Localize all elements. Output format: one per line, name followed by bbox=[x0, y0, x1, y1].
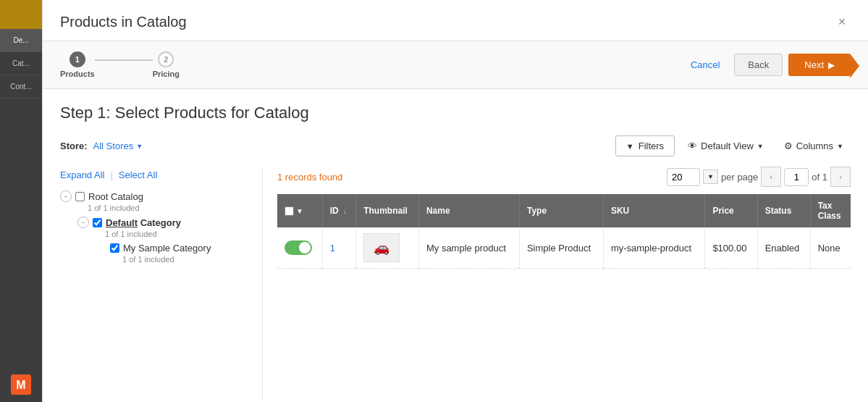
store-dropdown[interactable]: All Stores ▼ bbox=[93, 141, 143, 151]
chevron-down-icon: ▼ bbox=[136, 143, 143, 150]
tree-toggle-root[interactable]: − bbox=[60, 190, 72, 202]
category-tree: Expand All | Select All − Root Catalog bbox=[60, 167, 263, 402]
step-label-products: Products bbox=[60, 70, 95, 78]
cancel-button[interactable]: Cancel bbox=[682, 55, 728, 75]
select-dropdown-button[interactable]: ▼ bbox=[296, 207, 303, 215]
dialog-title: Products in Catalog bbox=[60, 14, 187, 30]
tree-node-label-default: Default Category bbox=[106, 217, 181, 228]
th-id: ID ↓ bbox=[322, 194, 356, 227]
tree-node-info-root: 1 of 1 included bbox=[88, 204, 250, 212]
records-count: 1 records found bbox=[277, 172, 342, 183]
dialog-body: Step 1: Select Products for Catalog Stor… bbox=[43, 89, 868, 402]
wizard-bar: 1 Products 2 Pricing Cancel Ba bbox=[43, 41, 868, 89]
th-name: Name bbox=[418, 194, 519, 227]
tree-node-label-root: Root Catalog bbox=[88, 191, 143, 202]
th-tax-class: TaxClass bbox=[810, 194, 851, 227]
dialog-container: Products in Catalog × 1 Products bbox=[42, 0, 868, 402]
tree-node-root: − Root Catalog 1 of 1 included − bbox=[60, 189, 250, 264]
next-button[interactable]: Next ▶ bbox=[788, 54, 851, 76]
wizard-actions: Cancel Back Next ▶ bbox=[682, 54, 851, 76]
tree-children-default: My Sample Category 1 of 1 included bbox=[95, 241, 250, 264]
tree-node-row-sample: My Sample Category bbox=[95, 241, 250, 255]
per-page-input[interactable] bbox=[667, 168, 700, 186]
step-circle-products: 1 bbox=[69, 51, 85, 67]
row-sku-cell: my-sample-product bbox=[603, 227, 705, 269]
content-area: Expand All | Select All − Root Catalog bbox=[60, 167, 851, 402]
tree-checkbox-default[interactable] bbox=[93, 218, 102, 227]
pagination: ▼ per page ‹ of 1 › bbox=[667, 167, 851, 187]
gear-icon: ⚙ bbox=[784, 141, 793, 151]
select-all-link[interactable]: Select All bbox=[119, 169, 157, 180]
eye-icon: 👁 bbox=[688, 141, 697, 151]
per-page-dropdown-icon[interactable]: ▼ bbox=[703, 169, 718, 184]
store-selector: Store: All Stores ▼ bbox=[60, 141, 143, 151]
select-all-checkbox[interactable] bbox=[285, 206, 294, 216]
step-circle-pricing: 2 bbox=[158, 51, 174, 67]
th-status: Status bbox=[757, 194, 810, 227]
toolbar-right: ▼ Filters 👁 Default View ▼ ⚙ Columns ▼ bbox=[615, 135, 851, 156]
row-toggle[interactable] bbox=[285, 240, 312, 255]
th-price: Price bbox=[705, 194, 757, 227]
tree-node-sample: My Sample Category 1 of 1 included bbox=[95, 241, 250, 264]
sidebar-item-de[interactable]: De... bbox=[0, 29, 42, 52]
dialog-header: Products in Catalog × bbox=[43, 0, 868, 41]
tree-node-row-root: − Root Catalog bbox=[60, 189, 250, 204]
row-tax-class-cell: None bbox=[810, 227, 851, 269]
chevron-down-icon-view: ▼ bbox=[757, 143, 764, 150]
filter-icon: ▼ bbox=[626, 142, 634, 151]
products-table: ▼ ID ↓ Thumbnail Name Type bbox=[277, 194, 851, 269]
page-number-input[interactable] bbox=[784, 168, 809, 186]
tree-node-label-sample: My Sample Category bbox=[123, 243, 211, 254]
wizard-steps: 1 Products 2 Pricing bbox=[60, 51, 180, 78]
tree-node-row-default: − Default Category bbox=[77, 215, 250, 230]
tree-node-info-default: 1 of 1 included bbox=[105, 230, 250, 238]
tree-actions: Expand All | Select All bbox=[60, 169, 250, 180]
tree-checkbox-root[interactable] bbox=[75, 192, 85, 201]
product-thumbnail: 🚗 bbox=[363, 233, 400, 262]
next-page-button[interactable]: › bbox=[830, 167, 851, 187]
table-area: 1 records found ▼ per page ‹ of 1 bbox=[263, 167, 851, 402]
chevron-down-icon-col: ▼ bbox=[837, 143, 843, 150]
th-id-label: ID bbox=[330, 206, 339, 216]
row-toggle-cell bbox=[277, 227, 322, 269]
store-dropdown-value: All Stores bbox=[93, 141, 134, 151]
expand-all-link[interactable]: Expand All bbox=[60, 169, 104, 180]
row-status-cell: Enabled bbox=[757, 227, 810, 269]
left-sidebar: De... Cat... Cont... M bbox=[0, 0, 42, 402]
tree-node-default: − Default Category 1 of 1 included bbox=[77, 215, 250, 264]
wizard-step-products: 1 Products bbox=[60, 51, 95, 78]
view-button[interactable]: 👁 Default View ▼ bbox=[681, 136, 771, 156]
store-label: Store: bbox=[60, 141, 88, 151]
wizard-step-pricing: 2 Pricing bbox=[153, 51, 180, 78]
tree-checkbox-sample[interactable] bbox=[110, 243, 119, 253]
id-sort-icon[interactable]: ↓ bbox=[343, 208, 347, 215]
columns-button[interactable]: ⚙ Columns ▼ bbox=[777, 136, 851, 156]
row-id-link[interactable]: 1 bbox=[330, 243, 335, 254]
sidebar-logo-area bbox=[0, 0, 42, 29]
records-bar: 1 records found ▼ per page ‹ of 1 bbox=[277, 167, 851, 187]
back-button[interactable]: Back bbox=[734, 54, 783, 76]
th-select: ▼ bbox=[277, 194, 322, 227]
step-heading: Step 1: Select Products for Catalog bbox=[60, 104, 851, 122]
sidebar-item-cont[interactable]: Cont... bbox=[0, 75, 42, 99]
close-button[interactable]: × bbox=[833, 13, 851, 30]
prev-page-button[interactable]: ‹ bbox=[761, 167, 781, 187]
tree-node-info-sample: 1 of 1 included bbox=[122, 255, 250, 264]
filters-button[interactable]: ▼ Filters bbox=[615, 135, 675, 156]
magento-logo: M bbox=[0, 367, 42, 402]
per-page-select: ▼ per page bbox=[667, 168, 758, 186]
row-id-cell: 1 bbox=[322, 227, 356, 269]
page-total: of 1 bbox=[812, 172, 827, 183]
row-type-cell: Simple Product bbox=[519, 227, 603, 269]
table-row: 1 🚗 My sample product Simple Product bbox=[277, 227, 851, 269]
th-thumbnail: Thumbnail bbox=[356, 194, 419, 227]
row-name-cell: My sample product bbox=[418, 227, 519, 269]
dialog: Products in Catalog × 1 Products bbox=[43, 0, 868, 402]
tree-children-root: − Default Category 1 of 1 included bbox=[77, 215, 250, 264]
step-label-pricing: Pricing bbox=[153, 70, 180, 78]
tree-toggle-default[interactable]: − bbox=[77, 217, 89, 228]
svg-text:M: M bbox=[16, 379, 25, 391]
th-sku: SKU bbox=[603, 194, 705, 227]
sidebar-item-cat[interactable]: Cat... bbox=[0, 52, 42, 75]
step-connector bbox=[95, 59, 153, 61]
